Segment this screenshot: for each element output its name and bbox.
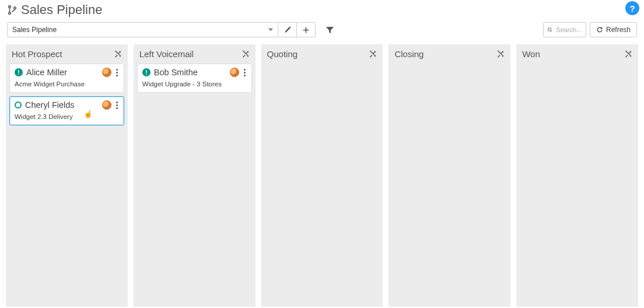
pipeline-picker-value: Sales Pipeline <box>12 26 57 34</box>
edit-button[interactable] <box>278 22 297 37</box>
column-title: Hot Prospect <box>12 49 62 59</box>
shuffle-icon[interactable] <box>624 50 632 58</box>
shuffle-icon[interactable] <box>113 50 122 58</box>
add-button[interactable] <box>297 22 316 37</box>
card-menu-button[interactable] <box>115 69 119 76</box>
branch-icon <box>7 5 18 15</box>
column: Hot Prospect!Alice MillerAcme Widget Pur… <box>6 44 128 307</box>
column: Won <box>516 44 638 307</box>
page-title: Sales Pipeline <box>21 2 102 18</box>
status-alert-icon: ! <box>142 68 150 76</box>
column-title: Quoting <box>267 49 298 59</box>
filter-button[interactable] <box>321 22 338 37</box>
avatar <box>102 68 111 77</box>
column: Left Voicemail!Bob SmitheWidget Upgrade … <box>134 44 256 307</box>
card-name: Alice Miller <box>26 68 99 77</box>
shuffle-icon[interactable] <box>496 50 505 58</box>
card-subtitle: Acme Widget Purchase <box>15 80 119 88</box>
refresh-icon <box>596 26 603 33</box>
avatar <box>230 68 239 77</box>
pipeline-picker[interactable]: Sales Pipeline <box>7 22 278 37</box>
card-subtitle: Widget 2.3 Delivery <box>15 113 119 120</box>
card-name: Bob Smithe <box>154 68 226 77</box>
pipeline-card[interactable]: !Bob SmitheWidget Upgrade - 3 Stores <box>137 64 252 93</box>
search-input-wrap[interactable] <box>543 22 586 37</box>
svg-point-3 <box>548 28 551 31</box>
shuffle-icon[interactable] <box>241 50 250 58</box>
card-subtitle: Widget Upgrade - 3 Stores <box>142 80 247 88</box>
column-title: Closing <box>394 49 424 59</box>
svg-point-2 <box>14 7 16 9</box>
chevron-down-icon <box>268 29 273 32</box>
refresh-label: Refresh <box>606 26 631 34</box>
pipeline-card[interactable]: Cheryl FieldsWidget 2.3 Delivery☝ <box>9 96 124 125</box>
help-button[interactable]: ? <box>625 1 639 15</box>
svg-point-0 <box>9 6 11 8</box>
refresh-button[interactable]: Refresh <box>590 22 637 37</box>
column-title: Won <box>522 49 540 59</box>
column-title: Left Voicemail <box>139 49 194 59</box>
card-name: Cheryl Fields <box>25 100 99 110</box>
svg-point-1 <box>9 12 11 15</box>
pipeline-card[interactable]: !Alice MillerAcme Widget Purchase <box>9 64 124 93</box>
status-alert-icon: ! <box>15 68 23 76</box>
column: Closing <box>388 44 510 307</box>
status-open-icon <box>15 102 22 108</box>
card-menu-button[interactable] <box>243 69 247 76</box>
card-menu-button[interactable] <box>115 102 119 109</box>
search-input[interactable] <box>555 26 582 34</box>
search-icon <box>547 26 552 33</box>
avatar <box>102 100 111 110</box>
column: Quoting <box>261 44 383 307</box>
shuffle-icon[interactable] <box>368 50 377 58</box>
